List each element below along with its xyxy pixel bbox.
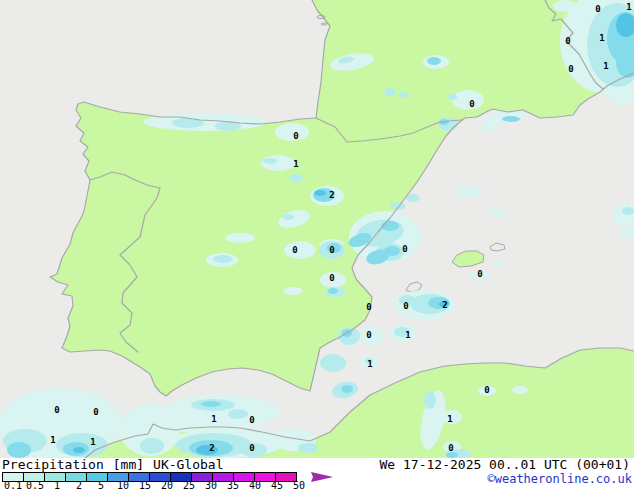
- title-unit: [mm]: [113, 457, 144, 472]
- precip-blob: [341, 385, 353, 393]
- legend-tick-1: 1: [54, 482, 60, 490]
- legend-tick-40: 40: [249, 482, 261, 490]
- precip-blob: [289, 174, 303, 182]
- precip-blob: [263, 158, 277, 164]
- precip-value: 0: [477, 269, 482, 279]
- precip-blob: [553, 0, 577, 12]
- precip-value: 0: [448, 443, 453, 453]
- precip-blob: [427, 57, 441, 65]
- map-svg: 01200000002011010010101000111020: [0, 0, 634, 458]
- precip-value: 1: [599, 33, 604, 43]
- precip-blob: [275, 123, 309, 141]
- precip-value: 0: [565, 36, 570, 46]
- precip-value: 0: [293, 131, 298, 141]
- legend-tick-2: 2: [76, 482, 82, 490]
- valid-time-label: We 17-12-2025 00..01 UTC (00+01): [380, 458, 630, 471]
- precip-blob: [298, 443, 318, 453]
- precip-blob: [406, 194, 420, 202]
- precip-value: 1: [405, 330, 410, 340]
- legend-tick-45: 45: [271, 482, 283, 490]
- title-parameter: Precipitation: [2, 457, 104, 472]
- precip-blob: [201, 401, 221, 407]
- precip-blob: [359, 327, 385, 345]
- precip-blob: [424, 391, 436, 409]
- precip-blob: [225, 233, 255, 243]
- precip-blob: [73, 447, 85, 453]
- precip-value: 0: [292, 245, 297, 255]
- weather-map-app: 01200000002011010010101000111020 Precipi…: [0, 0, 634, 490]
- precip-value: 0: [402, 244, 407, 254]
- precip-value: 0: [249, 443, 254, 453]
- legend-overflow-arrow: [311, 472, 335, 482]
- precip-value: 0: [366, 330, 371, 340]
- precip-blob: [314, 190, 326, 196]
- footer-bar: Precipitation[mm]UK-Global We 17-12-2025…: [0, 458, 634, 490]
- precip-value: 0: [249, 415, 254, 425]
- precip-blob: [328, 288, 338, 294]
- legend-tick-10: 10: [117, 482, 129, 490]
- legend-tick-20: 20: [161, 482, 173, 490]
- precip-blob: [284, 241, 316, 259]
- precip-value: 1: [603, 61, 608, 71]
- precip-value: 0: [484, 385, 489, 395]
- precip-blob: [282, 214, 294, 220]
- precip-value: 0: [93, 407, 98, 417]
- precip-blob: [228, 409, 248, 419]
- precip-blob: [512, 386, 528, 394]
- precip-value: 0: [469, 99, 474, 109]
- precip-value: 2: [442, 300, 447, 310]
- precip-value: 1: [447, 414, 452, 424]
- legend-tick-15: 15: [139, 482, 151, 490]
- precip-blob: [384, 88, 396, 96]
- precip-blob: [481, 124, 499, 132]
- precip-value: 1: [90, 437, 95, 447]
- precip-blob: [283, 287, 303, 295]
- map-title: Precipitation[mm]UK-Global: [2, 458, 233, 471]
- precip-blob: [502, 116, 520, 122]
- precip-blob: [492, 259, 504, 265]
- precip-blob: [143, 113, 267, 131]
- precip-blob: [320, 354, 346, 372]
- precip-blob: [447, 94, 457, 100]
- precip-value: 1: [293, 159, 298, 169]
- precip-value: 2: [209, 443, 214, 453]
- precip-blob: [7, 442, 31, 458]
- precip-value: 0: [54, 405, 59, 415]
- precip-value: 1: [50, 435, 55, 445]
- precip-value: 0: [366, 302, 371, 312]
- precip-blob: [390, 202, 406, 210]
- precip-blob: [457, 186, 483, 198]
- precip-blob: [398, 92, 408, 98]
- legend-tick-30: 30: [205, 482, 217, 490]
- legend-tick-35: 35: [227, 482, 239, 490]
- map-area: 01200000002011010010101000111020: [0, 0, 634, 458]
- precip-value: 0: [403, 301, 408, 311]
- precip-value: 0: [568, 64, 573, 74]
- precip-value: 1: [211, 414, 216, 424]
- legend-tick-25: 25: [183, 482, 195, 490]
- precip-blob: [213, 255, 233, 263]
- title-row: Precipitation[mm]UK-Global We 17-12-2025…: [2, 458, 632, 471]
- precip-blob: [622, 207, 634, 215]
- legend-tick-50: 50: [293, 482, 305, 490]
- precip-value: 0: [595, 4, 600, 14]
- precip-value: 1: [367, 359, 372, 369]
- legend-tick-0.1: 0.1: [4, 482, 22, 490]
- precip-value: 2: [329, 190, 334, 200]
- precip-blob: [489, 209, 505, 217]
- legend-tick-5: 5: [98, 482, 104, 490]
- precip-blob: [452, 90, 484, 110]
- precip-value: 0: [329, 273, 334, 283]
- copyright-label: ©weatheronline.co.uk: [488, 473, 633, 485]
- title-model: UK-Global: [153, 457, 223, 472]
- precip-value: 0: [329, 245, 334, 255]
- precip-value: 1: [626, 2, 631, 12]
- legend-tick-labels: 0.10.5125101520253035404550: [2, 482, 362, 490]
- legend-tick-0.5: 0.5: [26, 482, 44, 490]
- precip-blob: [140, 438, 164, 454]
